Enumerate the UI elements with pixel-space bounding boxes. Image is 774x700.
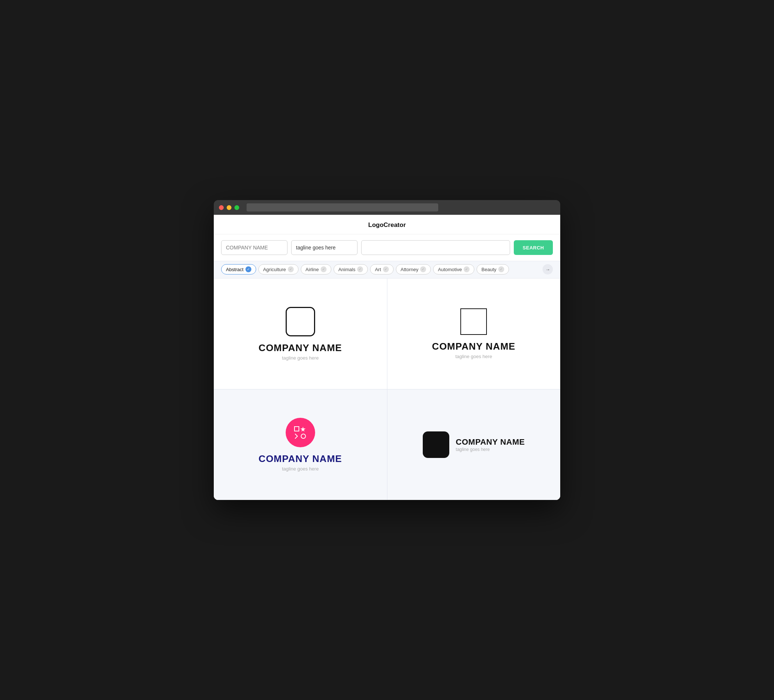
filter-chip-airline[interactable]: Airline ✓	[301, 264, 331, 274]
check-icon-abstract: ✓	[245, 266, 251, 272]
filter-label-automotive: Automotive	[438, 267, 462, 272]
logo-company-2: COMPANY NAME	[432, 341, 515, 352]
logo-tagline-4: tagline goes here	[456, 447, 525, 452]
logo-icon-circle	[286, 418, 315, 447]
check-icon-airline: ✓	[321, 266, 327, 272]
maximize-button[interactable]	[235, 205, 239, 210]
check-icon-attorney: ✓	[420, 266, 426, 272]
check-icon-art: ✓	[383, 266, 389, 272]
circle-symbols-icon	[292, 424, 309, 441]
filter-chip-agriculture[interactable]: Agriculture ✓	[258, 264, 299, 274]
svg-point-2	[301, 434, 306, 438]
filter-chip-abstract[interactable]: Abstract ✓	[221, 264, 256, 274]
check-icon-animals: ✓	[357, 266, 363, 272]
extra-search-input[interactable]	[361, 240, 510, 255]
close-button[interactable]	[219, 205, 224, 210]
filter-chip-beauty[interactable]: Beauty ✓	[476, 264, 509, 274]
check-icon-agriculture: ✓	[288, 266, 294, 272]
filter-chip-animals[interactable]: Animals ✓	[334, 264, 368, 274]
logo-icon-square-outline	[460, 309, 487, 335]
app-window: LogoCreator SEARCH Abstract ✓ Agricultur…	[214, 200, 560, 500]
filter-label-attorney: Attorney	[401, 267, 418, 272]
logo-icon-black-square	[423, 431, 449, 458]
check-icon-automotive: ✓	[464, 266, 470, 272]
logo-horizontal-layout: COMPANY NAME tagline goes here	[423, 431, 525, 458]
logo-tagline-1: tagline goes here	[282, 355, 319, 361]
logo-tagline-3: tagline goes here	[282, 466, 319, 472]
app-title: LogoCreator	[214, 215, 560, 234]
app-body: LogoCreator SEARCH Abstract ✓ Agricultur…	[214, 215, 560, 500]
company-name-input[interactable]	[221, 240, 288, 255]
filter-label-airline: Airline	[306, 267, 319, 272]
address-bar	[246, 203, 438, 211]
logo-grid: COMPANY NAME tagline goes here COMPANY N…	[214, 279, 560, 500]
filter-label-beauty: Beauty	[481, 267, 496, 272]
filter-next-button[interactable]: →	[542, 264, 553, 274]
filter-label-agriculture: Agriculture	[263, 267, 286, 272]
filter-chip-automotive[interactable]: Automotive ✓	[433, 264, 475, 274]
logo-company-1: COMPANY NAME	[259, 342, 342, 354]
filter-bar: Abstract ✓ Agriculture ✓ Airline ✓ Anima…	[214, 261, 560, 279]
logo-card-4[interactable]: COMPANY NAME tagline goes here	[387, 390, 561, 500]
search-bar: SEARCH	[214, 234, 560, 261]
search-button[interactable]: SEARCH	[514, 240, 553, 255]
check-icon-beauty: ✓	[498, 266, 504, 272]
logo-card-2[interactable]: COMPANY NAME tagline goes here	[387, 279, 561, 389]
logo-card-1[interactable]: COMPANY NAME tagline goes here	[214, 279, 387, 389]
logo-card-3[interactable]: COMPANY NAME tagline goes here	[214, 390, 387, 500]
minimize-button[interactable]	[227, 205, 232, 210]
filter-label-abstract: Abstract	[226, 267, 244, 272]
filter-label-animals: Animals	[338, 267, 355, 272]
svg-rect-0	[294, 427, 299, 431]
logo-company-4: COMPANY NAME	[456, 438, 525, 447]
filter-chip-attorney[interactable]: Attorney ✓	[396, 264, 431, 274]
filter-chip-art[interactable]: Art ✓	[370, 264, 394, 274]
logo-tagline-2: tagline goes here	[455, 354, 492, 359]
logo-company-3: COMPANY NAME	[259, 453, 342, 465]
titlebar	[214, 200, 560, 215]
logo-icon-rounded-outline	[286, 307, 315, 336]
tagline-input[interactable]	[291, 240, 357, 255]
filter-label-art: Art	[375, 267, 381, 272]
svg-marker-1	[300, 427, 306, 432]
logo-text-group-4: COMPANY NAME tagline goes here	[456, 438, 525, 452]
